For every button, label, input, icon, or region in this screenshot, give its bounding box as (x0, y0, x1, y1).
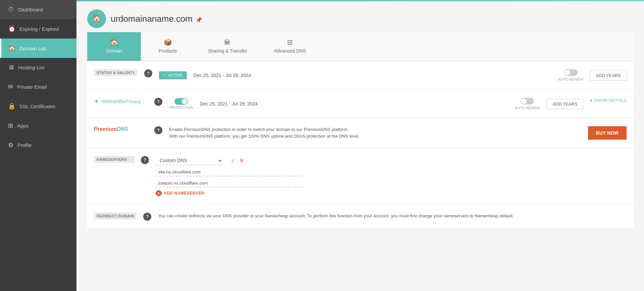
sidebar-item-expiring[interactable]: ⏰Expiring / Expired (0, 19, 76, 39)
privacy-section: ✦ WithheldforPrivacy ? PROTECTION Dec 25… (87, 90, 633, 118)
main-content: 🏠 urdomainaname.com 📌 🏠 Domain 📦 Product… (76, 0, 644, 291)
sidebar-item-dashboard[interactable]: ⏱Dashboard (0, 0, 76, 19)
protection-group: PROTECTION (169, 98, 193, 110)
status-text: ACTIVE (168, 73, 182, 78)
privacy-date-range: Dec 25, 2021 - Jul 29, 2024 (200, 101, 508, 106)
premium-brand-part1: Premium (94, 126, 117, 132)
sidebar-label-apps: Apps (17, 123, 29, 129)
privacy-auto-renew-label: AUTO-RENEW (515, 106, 540, 110)
privacy-brand: ✦ WithheldforPrivacy (94, 98, 148, 105)
privacy-brand-wrapper: ✦ WithheldforPrivacy (94, 98, 148, 105)
tab-domain-icon: 🏠 (110, 38, 118, 46)
premium-desc-line2: With our PremiumDNS platform, you get 10… (169, 133, 581, 140)
tabs-bar: 🏠 Domain 📦 Products 🏛 Sharing & Transfer… (87, 32, 633, 61)
privacy-add-years-btn[interactable]: ADD YEARS (547, 99, 583, 109)
redirect-help-btn[interactable]: ? (143, 213, 151, 221)
show-details-link[interactable]: ● SHOW DETAILS (590, 98, 627, 103)
add-nameserver-btn[interactable]: + ADD NAMESERVER (156, 190, 627, 196)
private-email-icon: ✉ (8, 83, 13, 90)
tab-domain-label: Domain (106, 48, 122, 54)
redirect-domain-description: You can create redirects via your DNS pr… (158, 213, 627, 220)
premium-brand-part2: DNS (117, 126, 128, 132)
ns-type-select[interactable]: Custom DNS Namecheap BasicDNS (156, 156, 223, 165)
buy-now-btn[interactable]: BUY NOW (588, 126, 627, 140)
show-details-text: SHOW DETAILS (594, 98, 627, 103)
privacy-help-btn[interactable]: ? (154, 98, 162, 106)
status-auto-renew-group: AUTO-RENEW (558, 69, 583, 81)
sidebar-label-hosting-list: Hosting List (18, 65, 44, 70)
ns-cancel-icon[interactable]: ✕ (239, 157, 244, 164)
status-row: ✓ ACTIVE Dec 25, 2021 - Jul 29, 2024 AUT… (159, 69, 627, 81)
domain-title: urdomainaname.com (111, 14, 193, 24)
tab-dns-icon: ⊟ (287, 38, 293, 46)
status-auto-renew-label: AUTO-RENEW (558, 77, 583, 81)
check-icon: ✓ (163, 73, 166, 78)
redirect-domain-section: REDIRECT DOMAIN ? You can create redirec… (87, 205, 633, 229)
ns-confirm-icon[interactable]: ✓ (231, 157, 236, 164)
add-ns-icon: + (156, 190, 162, 196)
status-help-btn[interactable]: ? (144, 69, 152, 77)
sidebar: ⏱Dashboard⏰Expiring / Expired🏠Domain Lis… (0, 0, 76, 291)
protection-label: PROTECTION (169, 105, 193, 110)
add-nameserver-label: ADD NAMESERVER (164, 191, 204, 196)
privacy-auto-renew-toggle[interactable] (521, 98, 534, 104)
sidebar-label-ssl-certificates: SSL Certificates (19, 103, 55, 109)
tab-products-icon: 📦 (164, 38, 172, 46)
ns-dropdown-row: Custom DNS Namecheap BasicDNS ✓ ✕ (156, 156, 627, 165)
premium-dns-section: PremiumDNS ? Enable PremiumDNS protectio… (87, 118, 633, 148)
privacy-star-icon: ✦ (94, 98, 99, 105)
dashboard-icon: ⏱ (8, 6, 14, 13)
sidebar-item-domain-list[interactable]: 🏠Domain List (0, 39, 76, 58)
status-add-years-btn[interactable]: ADD YEARS (590, 70, 627, 81)
nameservers-help-btn[interactable]: ? (141, 156, 149, 164)
nameserver-1-input[interactable] (156, 168, 303, 176)
content-area: 🏠 urdomainaname.com 📌 🏠 Domain 📦 Product… (76, 1, 644, 237)
status-auto-renew-toggle[interactable] (564, 69, 578, 76)
domain-list-icon: 🏠 (8, 45, 15, 52)
status-badge: ✓ ACTIVE (159, 71, 186, 79)
domain-header: 🏠 urdomainaname.com 📌 (87, 9, 633, 28)
privacy-row: PROTECTION Dec 25, 2021 - Jul 29, 2024 A… (169, 98, 583, 110)
sidebar-label-private-email: Private Email (17, 84, 47, 90)
sidebar-label-dashboard: Dashboard (18, 7, 43, 12)
tab-products[interactable]: 📦 Products (141, 32, 195, 61)
nameservers-label: NAMESERVERS (94, 156, 134, 163)
status-validity-section: STATUS & VALIDITY ? ✓ ACTIVE Dec 25, 202… (87, 61, 633, 90)
tab-advanced-dns[interactable]: ⊟ Advanced DNS (261, 32, 320, 61)
hosting-list-icon: 🖥 (8, 64, 14, 71)
tab-sharing-icon: 🏛 (224, 39, 231, 46)
expiring-icon: ⏰ (8, 25, 15, 32)
domain-icon: 🏠 (87, 9, 106, 28)
tab-products-label: Products (158, 48, 177, 54)
sidebar-item-apps[interactable]: ⊞Apps (0, 116, 76, 135)
tab-domain[interactable]: 🏠 Domain (87, 32, 141, 61)
sidebar-item-private-email[interactable]: ✉Private Email (0, 77, 76, 96)
status-date-range: Dec 25, 2021 - Jul 29, 2024 (194, 73, 552, 78)
sidebar-label-profile: Profile (17, 142, 32, 148)
sidebar-item-ssl-certificates[interactable]: 🔒SSL Certificates (0, 96, 76, 116)
redirect-domain-label: REDIRECT DOMAIN (94, 213, 137, 219)
premium-dns-description: Enable PremiumDNS protection in order to… (169, 126, 581, 139)
ssl-certificates-icon: 🔒 (8, 102, 15, 110)
profile-icon: ⚙ (8, 141, 13, 149)
nameservers-section: NAMESERVERS ? Custom DNS Namecheap Basic… (87, 148, 633, 205)
sidebar-label-expiring: Expiring / Expired (19, 26, 59, 32)
premium-help-btn[interactable]: ? (154, 126, 162, 134)
ns-actions: ✓ ✕ (231, 157, 244, 164)
tab-advanced-dns-label: Advanced DNS (274, 48, 306, 54)
status-validity-label: STATUS & VALIDITY (94, 69, 138, 76)
sidebar-label-domain-list: Domain List (19, 46, 46, 51)
nameserver-2-input[interactable] (156, 179, 303, 188)
privacy-brand-name: WithheldforPrivacy (102, 99, 141, 104)
pin-icon[interactable]: 📌 (196, 17, 202, 23)
tab-sharing-transfer[interactable]: 🏛 Sharing & Transfer (195, 32, 261, 61)
protection-toggle[interactable] (174, 98, 188, 105)
premium-desc-line1: Enable PremiumDNS protection in order to… (169, 126, 581, 133)
apps-icon: ⊞ (8, 122, 13, 129)
sidebar-item-hosting-list[interactable]: 🖥Hosting List (0, 58, 76, 77)
tab-sharing-label: Sharing & Transfer (208, 48, 247, 54)
premium-dns-brand: PremiumDNS (94, 126, 148, 132)
sidebar-item-profile[interactable]: ⚙Profile (0, 135, 76, 155)
privacy-auto-renew-group: AUTO-RENEW (515, 98, 540, 110)
show-details-arrow: ● (590, 98, 593, 103)
